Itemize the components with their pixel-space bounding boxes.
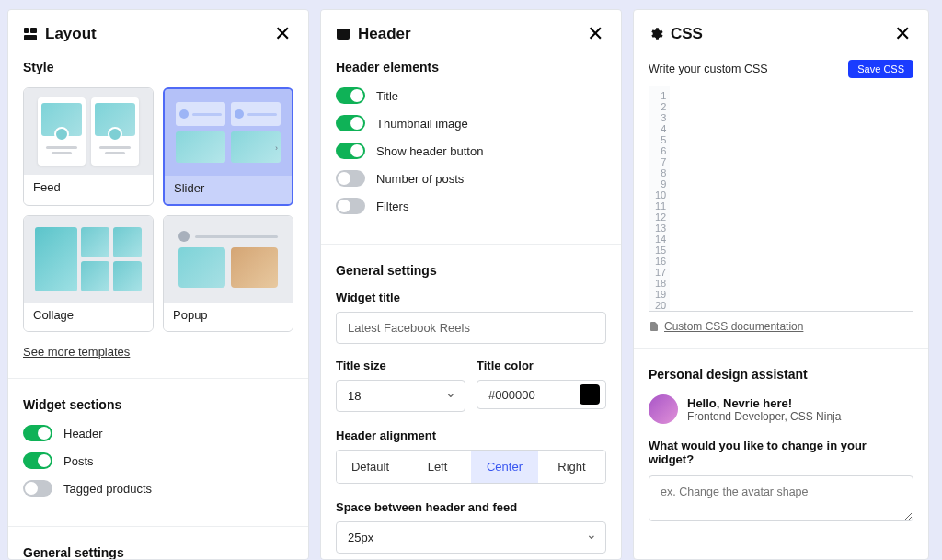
toggle-tagged-row: Tagged products [23, 480, 293, 497]
style-option-slider[interactable]: ✓ › Slider [163, 87, 293, 206]
svg-rect-1 [30, 28, 37, 33]
toggle-header-button[interactable] [336, 143, 365, 159]
save-css-button[interactable]: Save CSS [848, 60, 913, 78]
toggle-thumbnail[interactable] [336, 115, 365, 131]
code-body[interactable] [670, 86, 913, 311]
toggle-posts[interactable] [23, 452, 52, 469]
layout-header: Layout ✕ [8, 10, 308, 60]
close-button[interactable]: ✕ [584, 23, 606, 45]
close-button[interactable]: ✕ [271, 23, 293, 45]
header-elements-section: Header elements Title Thumbnail image Sh… [321, 60, 621, 244]
layout-panel: Layout ✕ Style Feed ✓ › Slider [7, 9, 309, 560]
header-elements-heading: Header elements [336, 60, 606, 74]
assistant-name: Hello, Nevrie here! [687, 396, 841, 410]
header-icon [336, 27, 350, 41]
style-grid: Feed ✓ › Slider [23, 87, 293, 332]
widget-title-label: Widget title [336, 291, 606, 304]
title-size-label: Title size [336, 359, 465, 372]
assistant-role: Frontend Developer, CSS Ninja [687, 410, 841, 423]
header-panel: Header ✕ Header elements Title Thumbnail… [320, 9, 622, 560]
style-label: Popup [164, 303, 293, 331]
toggle-posts-row: Posts [23, 452, 293, 469]
style-label: Collage [24, 303, 153, 331]
header-title: Header [358, 25, 584, 43]
toggle-header[interactable] [23, 425, 52, 441]
assistant-section: Personal design assistant Hello, Nevrie … [634, 348, 928, 525]
style-label: Feed [24, 175, 153, 203]
toggle-tagged-products[interactable] [23, 480, 52, 497]
alignment-label: Header alignment [336, 429, 606, 442]
doc-icon [649, 321, 660, 332]
svg-rect-2 [24, 35, 37, 40]
color-swatch[interactable] [580, 384, 600, 405]
title-color-value: #000000 [488, 388, 580, 402]
space-select[interactable]: 25px [336, 521, 606, 554]
assistant-info: Hello, Nevrie here! Frontend Developer, … [649, 394, 913, 424]
header-panel-head: Header ✕ [321, 10, 621, 60]
title-color-input[interactable]: #000000 [477, 380, 606, 409]
widget-sections: Widget sections Header Posts Tagged prod… [8, 378, 308, 526]
svg-rect-4 [337, 29, 350, 32]
svg-rect-0 [24, 28, 29, 33]
style-section: Style Feed ✓ › Slider [8, 60, 308, 378]
write-css-label: Write your custom CSS [649, 63, 768, 75]
toggle-title[interactable] [336, 87, 365, 104]
gear-icon [649, 27, 663, 41]
style-option-popup[interactable]: Popup [163, 215, 293, 332]
css-toolbar: Write your custom CSS Save CSS [634, 60, 928, 78]
style-heading: Style [23, 60, 293, 74]
header-general-heading: General settings [336, 263, 606, 278]
see-more-templates-link[interactable]: See more templates [23, 345, 130, 359]
assistant-input[interactable] [649, 475, 913, 521]
close-button[interactable]: ✕ [891, 23, 913, 45]
doc-link[interactable]: Custom CSS documentation [664, 320, 803, 333]
css-code-editor[interactable]: 1234567891011121314151617181920 [649, 86, 913, 312]
toggle-header-row: Header [23, 425, 293, 441]
general-heading: General settings [23, 545, 293, 560]
line-numbers: 1234567891011121314151617181920 [649, 86, 670, 311]
header-general-section: General settings Widget title Title size… [321, 244, 621, 560]
layout-icon [23, 27, 38, 41]
assistant-avatar [649, 394, 678, 424]
align-left[interactable]: Left [404, 451, 471, 483]
title-color-label: Title color [477, 359, 606, 372]
style-option-collage[interactable]: Collage [23, 215, 154, 332]
style-option-feed[interactable]: Feed [23, 87, 154, 206]
title-size-select[interactable]: 18 [336, 380, 465, 412]
toggle-filters[interactable] [336, 198, 365, 214]
general-settings-section: General settings [8, 526, 308, 560]
align-center[interactable]: Center [471, 451, 538, 483]
align-right[interactable]: Right [538, 451, 605, 483]
css-panel: CSS ✕ Write your custom CSS Save CSS 123… [633, 9, 929, 560]
css-panel-head: CSS ✕ [634, 10, 928, 60]
alignment-segment: Default Left Center Right [336, 450, 606, 484]
assistant-heading: Personal design assistant [649, 367, 913, 382]
widget-title-input[interactable] [336, 312, 606, 344]
doc-link-row: Custom CSS documentation [634, 312, 928, 348]
align-default[interactable]: Default [337, 451, 404, 483]
style-label: Slider [165, 176, 292, 204]
css-title: CSS [671, 25, 891, 43]
toggle-number-of-posts[interactable] [336, 170, 365, 187]
space-label: Space between header and feed [336, 500, 606, 514]
layout-title: Layout [45, 25, 271, 43]
assistant-question: What would you like to change in your wi… [649, 439, 913, 466]
widget-sections-heading: Widget sections [23, 397, 293, 412]
